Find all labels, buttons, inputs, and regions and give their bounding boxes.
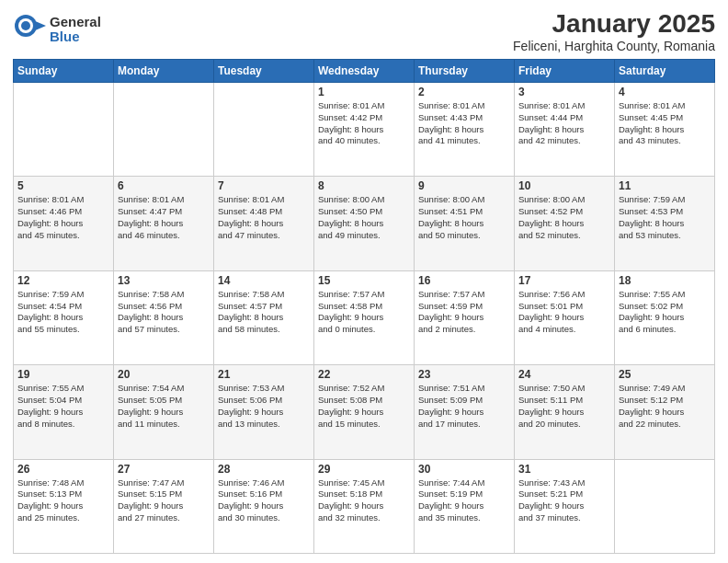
day-info: Sunrise: 7:43 AM Sunset: 5:21 PM Dayligh… <box>518 477 610 524</box>
day-number: 5 <box>17 179 109 192</box>
calendar-cell: 5Sunrise: 8:01 AM Sunset: 4:46 PM Daylig… <box>14 177 114 270</box>
calendar-cell: 24Sunrise: 7:50 AM Sunset: 5:11 PM Dayli… <box>515 365 615 459</box>
logo-blue-text: Blue <box>50 29 101 45</box>
day-info: Sunrise: 8:00 AM Sunset: 4:50 PM Dayligh… <box>318 194 410 241</box>
day-info: Sunrise: 7:57 AM Sunset: 4:59 PM Dayligh… <box>418 289 510 336</box>
day-info: Sunrise: 7:58 AM Sunset: 4:57 PM Dayligh… <box>218 289 310 336</box>
calendar-cell: 17Sunrise: 7:56 AM Sunset: 5:01 PM Dayli… <box>515 270 615 364</box>
day-number: 14 <box>218 274 310 287</box>
day-info: Sunrise: 7:58 AM Sunset: 4:56 PM Dayligh… <box>118 289 210 336</box>
calendar-cell: 18Sunrise: 7:55 AM Sunset: 5:02 PM Dayli… <box>615 270 715 364</box>
logo-text: General Blue <box>50 15 101 45</box>
calendar-body: 1Sunrise: 8:01 AM Sunset: 4:42 PM Daylig… <box>14 83 715 554</box>
logo-general-text: General <box>50 15 101 30</box>
day-number: 7 <box>218 179 310 192</box>
day-number: 17 <box>518 274 610 287</box>
day-number: 21 <box>218 368 310 381</box>
calendar-table: SundayMondayTuesdayWednesdayThursdayFrid… <box>13 59 715 554</box>
calendar-cell: 31Sunrise: 7:43 AM Sunset: 5:21 PM Dayli… <box>515 459 615 553</box>
logo: General Blue <box>13 13 101 46</box>
page: General Blue January 2025 Feliceni, Harg… <box>0 0 728 563</box>
calendar-cell: 16Sunrise: 7:57 AM Sunset: 4:59 PM Dayli… <box>415 270 515 364</box>
day-number: 28 <box>218 463 310 476</box>
day-info: Sunrise: 8:01 AM Sunset: 4:45 PM Dayligh… <box>619 100 711 147</box>
day-info: Sunrise: 8:01 AM Sunset: 4:42 PM Dayligh… <box>318 100 410 147</box>
calendar-cell: 9Sunrise: 8:00 AM Sunset: 4:51 PM Daylig… <box>415 177 515 270</box>
day-number: 18 <box>619 274 711 287</box>
calendar-cell: 25Sunrise: 7:49 AM Sunset: 5:12 PM Dayli… <box>615 365 715 459</box>
day-number: 8 <box>318 179 410 192</box>
calendar-cell: 4Sunrise: 8:01 AM Sunset: 4:45 PM Daylig… <box>615 83 715 177</box>
title-block: January 2025 Feliceni, Harghita County, … <box>513 9 715 53</box>
day-info: Sunrise: 7:55 AM Sunset: 5:04 PM Dayligh… <box>17 383 109 430</box>
day-number: 1 <box>318 86 410 98</box>
calendar-day-header: Monday <box>114 60 214 83</box>
day-info: Sunrise: 7:46 AM Sunset: 5:16 PM Dayligh… <box>218 477 310 524</box>
day-info: Sunrise: 8:00 AM Sunset: 4:51 PM Dayligh… <box>418 194 510 241</box>
day-info: Sunrise: 7:57 AM Sunset: 4:58 PM Dayligh… <box>318 289 410 336</box>
calendar-week-row: 5Sunrise: 8:01 AM Sunset: 4:46 PM Daylig… <box>14 177 715 270</box>
page-title: January 2025 <box>513 9 715 39</box>
day-info: Sunrise: 7:54 AM Sunset: 5:05 PM Dayligh… <box>118 383 210 430</box>
calendar-cell: 11Sunrise: 7:59 AM Sunset: 4:53 PM Dayli… <box>615 177 715 270</box>
calendar-cell: 29Sunrise: 7:45 AM Sunset: 5:18 PM Dayli… <box>314 459 415 553</box>
calendar-cell: 23Sunrise: 7:51 AM Sunset: 5:09 PM Dayli… <box>415 365 515 459</box>
day-number: 12 <box>17 274 109 287</box>
day-number: 10 <box>518 179 610 192</box>
calendar-cell: 12Sunrise: 7:59 AM Sunset: 4:54 PM Dayli… <box>14 270 114 364</box>
day-info: Sunrise: 7:52 AM Sunset: 5:08 PM Dayligh… <box>318 383 410 430</box>
day-info: Sunrise: 7:47 AM Sunset: 5:15 PM Dayligh… <box>118 477 210 524</box>
day-info: Sunrise: 7:48 AM Sunset: 5:13 PM Dayligh… <box>17 477 109 524</box>
day-info: Sunrise: 8:01 AM Sunset: 4:46 PM Dayligh… <box>17 194 109 241</box>
calendar-cell: 30Sunrise: 7:44 AM Sunset: 5:19 PM Dayli… <box>415 459 515 553</box>
day-info: Sunrise: 7:44 AM Sunset: 5:19 PM Dayligh… <box>418 477 510 524</box>
day-info: Sunrise: 8:00 AM Sunset: 4:52 PM Dayligh… <box>518 194 610 241</box>
calendar-cell: 19Sunrise: 7:55 AM Sunset: 5:04 PM Dayli… <box>14 365 114 459</box>
header: General Blue January 2025 Feliceni, Harg… <box>13 9 715 53</box>
calendar-cell: 8Sunrise: 8:00 AM Sunset: 4:50 PM Daylig… <box>314 177 415 270</box>
calendar-cell: 14Sunrise: 7:58 AM Sunset: 4:57 PM Dayli… <box>214 270 314 364</box>
day-number: 22 <box>318 368 410 381</box>
calendar-cell: 15Sunrise: 7:57 AM Sunset: 4:58 PM Dayli… <box>314 270 415 364</box>
calendar-cell: 21Sunrise: 7:53 AM Sunset: 5:06 PM Dayli… <box>214 365 314 459</box>
day-info: Sunrise: 7:49 AM Sunset: 5:12 PM Dayligh… <box>619 383 711 430</box>
calendar-header-row: SundayMondayTuesdayWednesdayThursdayFrid… <box>14 60 715 83</box>
day-info: Sunrise: 8:01 AM Sunset: 4:43 PM Dayligh… <box>418 100 510 147</box>
day-number: 24 <box>518 368 610 381</box>
day-number: 4 <box>619 86 711 98</box>
day-number: 31 <box>518 463 610 476</box>
day-number: 29 <box>318 463 410 476</box>
calendar-cell <box>14 83 114 177</box>
day-number: 26 <box>17 463 109 476</box>
day-info: Sunrise: 7:53 AM Sunset: 5:06 PM Dayligh… <box>218 383 310 430</box>
day-info: Sunrise: 7:59 AM Sunset: 4:53 PM Dayligh… <box>619 194 711 241</box>
day-info: Sunrise: 7:56 AM Sunset: 5:01 PM Dayligh… <box>518 289 610 336</box>
calendar-cell: 7Sunrise: 8:01 AM Sunset: 4:48 PM Daylig… <box>214 177 314 270</box>
day-info: Sunrise: 7:55 AM Sunset: 5:02 PM Dayligh… <box>619 289 711 336</box>
day-number: 13 <box>118 274 210 287</box>
day-number: 2 <box>418 86 510 98</box>
svg-marker-3 <box>33 20 46 31</box>
calendar-week-row: 19Sunrise: 7:55 AM Sunset: 5:04 PM Dayli… <box>14 365 715 459</box>
day-number: 6 <box>118 179 210 192</box>
calendar-cell: 3Sunrise: 8:01 AM Sunset: 4:44 PM Daylig… <box>515 83 615 177</box>
calendar-day-header: Wednesday <box>314 60 415 83</box>
day-info: Sunrise: 7:45 AM Sunset: 5:18 PM Dayligh… <box>318 477 410 524</box>
calendar-cell: 28Sunrise: 7:46 AM Sunset: 5:16 PM Dayli… <box>214 459 314 553</box>
calendar-day-header: Tuesday <box>214 60 314 83</box>
calendar-week-row: 1Sunrise: 8:01 AM Sunset: 4:42 PM Daylig… <box>14 83 715 177</box>
svg-point-2 <box>21 21 30 30</box>
calendar-cell: 20Sunrise: 7:54 AM Sunset: 5:05 PM Dayli… <box>114 365 214 459</box>
day-number: 15 <box>318 274 410 287</box>
calendar-cell <box>214 83 314 177</box>
calendar-cell: 1Sunrise: 8:01 AM Sunset: 4:42 PM Daylig… <box>314 83 415 177</box>
day-number: 11 <box>619 179 711 192</box>
day-info: Sunrise: 7:51 AM Sunset: 5:09 PM Dayligh… <box>418 383 510 430</box>
calendar-cell: 22Sunrise: 7:52 AM Sunset: 5:08 PM Dayli… <box>314 365 415 459</box>
calendar-cell <box>114 83 214 177</box>
calendar-cell: 27Sunrise: 7:47 AM Sunset: 5:15 PM Dayli… <box>114 459 214 553</box>
logo-icon <box>13 13 46 46</box>
day-number: 20 <box>118 368 210 381</box>
calendar-week-row: 26Sunrise: 7:48 AM Sunset: 5:13 PM Dayli… <box>14 459 715 553</box>
day-info: Sunrise: 8:01 AM Sunset: 4:48 PM Dayligh… <box>218 194 310 241</box>
